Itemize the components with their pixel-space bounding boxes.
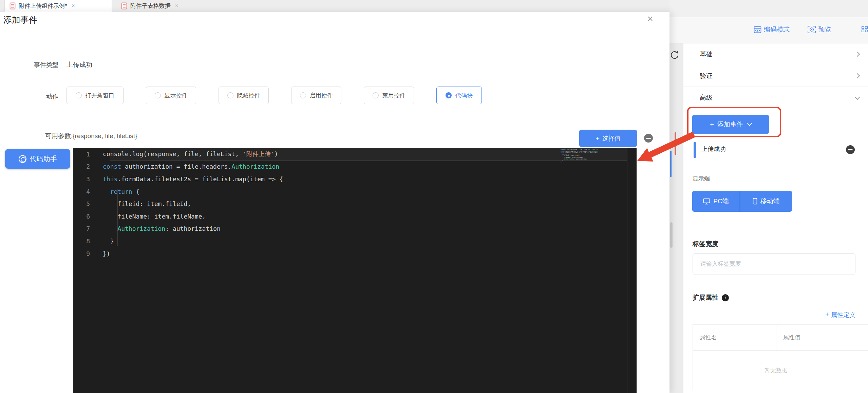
code-text: fileName: item.fileName, (97, 213, 206, 220)
label-width-title: 标签宽度 (693, 240, 718, 248)
code-text: } (97, 238, 114, 245)
line-number: 3 (73, 175, 97, 183)
code-line[interactable]: 4 return { (73, 185, 637, 198)
radio-icon (300, 92, 306, 98)
tab-attachment-upload-demo[interactable]: 附件上传组件示例* × (4, 0, 112, 12)
section-advanced[interactable]: 高级 (683, 87, 868, 109)
radio-icon (76, 92, 82, 98)
action-label: 动作 (18, 92, 58, 100)
chevron-down-icon (747, 121, 752, 126)
section-label: 基础 (700, 50, 713, 59)
event-type-label: 事件类型 (18, 61, 58, 69)
code-line[interactable]: 3this.formData.filetest2s = fileList.map… (73, 173, 637, 185)
select-value-label: 选择值 (602, 134, 621, 143)
chevron-right-icon (855, 73, 860, 79)
properties-panel: 基础 验证 高级 + 添加事件 上传成功 显示端 (683, 43, 868, 393)
tab-attachment-subtable-data[interactable]: 附件子表格数据 × (116, 0, 199, 12)
code-line[interactable]: 8 } (73, 235, 637, 247)
action-option[interactable]: 启用控件 (291, 87, 341, 104)
attr-define-link[interactable]: + 属性定义 (683, 311, 855, 319)
extended-attrs-table: 属性名 属性值 暂无数据 (693, 324, 868, 390)
canvas-highlight-fragment-blue (670, 151, 672, 177)
preview-button[interactable]: 预览 (807, 25, 831, 34)
action-option-label: 禁用控件 (382, 92, 405, 99)
mobile-segment-button[interactable]: 移动端 (740, 191, 792, 212)
section-label: 高级 (700, 93, 713, 102)
component-library-button[interactable] (861, 25, 868, 33)
chevron-right-icon (855, 52, 860, 57)
extended-attrs-header: 扩展属性 i (693, 293, 729, 302)
code-text: }) (97, 250, 110, 257)
modal-close-button[interactable]: × (643, 12, 657, 26)
canvas-scrollbar[interactable] (670, 222, 673, 248)
pc-segment-button[interactable]: PC端 (692, 191, 740, 212)
action-option-label: 隐藏控件 (237, 92, 260, 99)
monitor-icon (703, 198, 710, 205)
select-value-button[interactable]: + 选择值 (579, 130, 637, 147)
code-text: Authorization: authorization (97, 225, 221, 232)
action-option[interactable]: 显示控件 (146, 87, 196, 104)
tab-close-icon[interactable]: × (72, 2, 75, 9)
code-text: fileid: item.fileId, (97, 200, 191, 207)
code-editor[interactable]: 1console.log(response, file, fileList, '… (73, 148, 637, 393)
table-header-row: 属性名 属性值 (693, 325, 868, 351)
code-assistant-button[interactable]: 代码助手 (5, 149, 70, 169)
action-option[interactable]: 打开新窗口 (67, 87, 124, 104)
code-line[interactable]: 1console.log(response, file, fileList, '… (73, 148, 637, 161)
action-option-label: 打开新窗口 (86, 92, 114, 99)
line-number: 4 (73, 188, 97, 195)
top-right-strip (669, 0, 868, 17)
tab-close-icon[interactable]: × (175, 2, 178, 9)
table-empty-state: 暂无数据 (693, 351, 859, 390)
section-basic[interactable]: 基础 (683, 43, 868, 65)
tab-label: 附件上传组件示例* (19, 2, 67, 10)
code-text: console.log(response, file, fileList, '附… (97, 150, 278, 158)
code-line[interactable]: 5 fileid: item.fileId, (73, 198, 637, 210)
line-number: 9 (73, 250, 97, 257)
line-number: 2 (73, 163, 97, 170)
action-option[interactable]: 禁用控件 (364, 87, 414, 104)
action-option[interactable]: 隐藏控件 (219, 87, 269, 104)
coding-mode-button[interactable]: 编码模式 (754, 25, 790, 34)
plus-icon: + (825, 311, 829, 319)
add-event-button[interactable]: + 添加事件 (692, 115, 769, 134)
minimap-divider (627, 148, 627, 393)
code-line[interactable]: 6 fileName: item.fileName, (73, 210, 637, 223)
line-number: 8 (73, 238, 97, 245)
radio-icon (227, 92, 233, 98)
document-icon (121, 2, 127, 10)
action-option-label: 代码块 (455, 92, 473, 99)
action-radio-group: 打开新窗口显示控件隐藏控件启用控件禁用控件代码块 (67, 87, 482, 104)
code-assistant-label: 代码助手 (30, 154, 57, 164)
radio-icon (446, 92, 452, 98)
coding-mode-label: 编码模式 (764, 25, 790, 34)
column-header-attr-value: 属性值 (776, 325, 868, 350)
available-params-text: 可用参数:{response, file, fileList} (45, 132, 137, 141)
code-line[interactable]: 2const authorization = file.headers.Auth… (73, 161, 637, 173)
info-icon: i (722, 294, 729, 301)
display-target-label: 显示端 (693, 175, 710, 183)
line-number: 6 (73, 213, 97, 220)
redo-icon[interactable] (670, 50, 680, 60)
radio-icon (155, 92, 161, 98)
document-icon (10, 2, 16, 10)
code-text: const authorization = file.headers.Autho… (97, 163, 279, 170)
event-item-upload-success: 上传成功 (701, 145, 726, 153)
remove-code-block-button[interactable] (644, 134, 653, 143)
add-event-label: 添加事件 (717, 120, 743, 129)
extended-attrs-title: 扩展属性 (693, 293, 718, 302)
preview-label: 预览 (818, 25, 831, 34)
code-line[interactable]: 9}) (73, 247, 637, 260)
editor-minimap[interactable]: console.log(response, file, fileList, '附… (561, 149, 598, 163)
label-width-input[interactable] (693, 253, 855, 275)
action-option[interactable]: 代码块 (436, 87, 482, 104)
section-validation[interactable]: 验证 (683, 65, 868, 87)
line-number: 7 (73, 225, 97, 232)
plus-icon: + (596, 135, 600, 142)
code-line[interactable]: 7 Authorization: authorization (73, 223, 637, 235)
remove-event-button[interactable] (846, 145, 855, 154)
display-target-switch: PC端 移动端 (692, 191, 792, 212)
section-label: 验证 (700, 72, 713, 80)
code-window-icon (754, 26, 761, 33)
event-item-accent-bar (694, 142, 696, 158)
